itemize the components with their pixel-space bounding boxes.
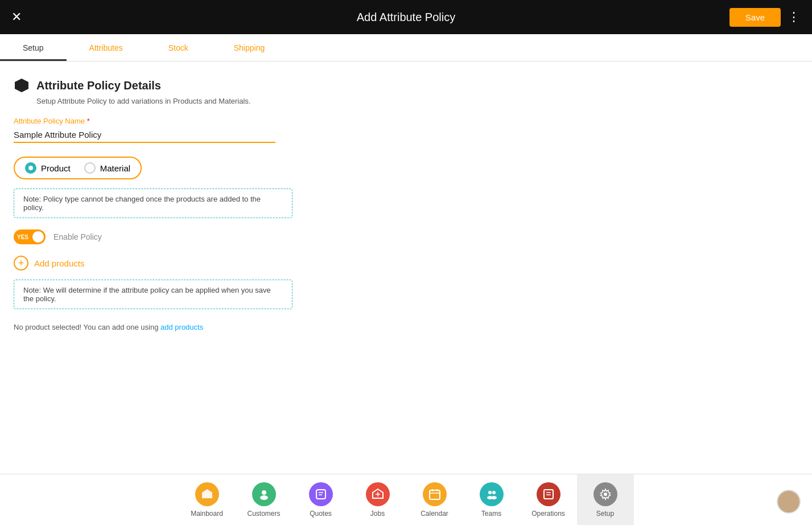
customers-icon xyxy=(252,482,276,506)
close-button[interactable]: ✕ xyxy=(11,11,22,23)
no-product-message: No product selected! You can add one usi… xyxy=(14,323,798,331)
tab-attributes[interactable]: Attributes xyxy=(67,36,146,61)
svg-point-23 xyxy=(782,503,795,512)
svg-rect-10 xyxy=(430,490,440,499)
svg-rect-4 xyxy=(316,490,325,499)
policy-type-radio-group: Product Material xyxy=(14,157,142,179)
svg-marker-0 xyxy=(15,79,28,92)
svg-point-15 xyxy=(492,491,496,494)
enable-policy-toggle[interactable]: YES xyxy=(14,229,46,244)
policy-name-input[interactable] xyxy=(14,128,275,143)
save-policy-note: Note: We will determine if the attribute… xyxy=(14,280,292,309)
svg-rect-18 xyxy=(544,490,553,499)
radio-product[interactable]: Product xyxy=(25,162,71,174)
svg-point-3 xyxy=(260,495,268,500)
jobs-icon xyxy=(366,482,390,506)
section-title: Attribute Policy Details xyxy=(36,79,161,92)
mainboard-icon xyxy=(195,482,219,506)
tab-setup[interactable]: Setup xyxy=(0,36,67,61)
tab-stock[interactable]: Stock xyxy=(146,36,211,61)
app-header: ✕ Add Attribute Policy Save ⋮ xyxy=(0,0,812,34)
setup-icon xyxy=(593,482,617,506)
svg-point-22 xyxy=(785,495,793,503)
radio-material[interactable]: Material xyxy=(84,162,130,174)
teams-icon xyxy=(480,482,504,506)
radio-material-circle xyxy=(84,162,96,174)
more-options-button[interactable]: ⋮ xyxy=(788,10,801,24)
nav-item-teams[interactable]: Teams xyxy=(463,474,520,526)
section-header: Attribute Policy Details xyxy=(14,77,798,93)
calendar-icon xyxy=(423,482,447,506)
enable-policy-label: Enable Policy xyxy=(53,232,102,241)
nav-item-setup[interactable]: Setup xyxy=(577,474,634,526)
user-avatar[interactable] xyxy=(777,490,801,514)
svg-point-14 xyxy=(488,491,492,494)
bottom-navigation: Mainboard Customers Quotes Jobs Calendar… xyxy=(0,474,812,525)
main-content: Attribute Policy Details Setup Attribute… xyxy=(0,61,812,474)
policy-type-note: Note: Policy type cannot be changed once… xyxy=(14,188,292,218)
svg-point-21 xyxy=(604,493,607,496)
nav-item-calendar[interactable]: Calendar xyxy=(406,474,463,526)
enable-policy-row: YES Enable Policy xyxy=(14,229,798,244)
tab-bar: Setup Attributes Stock Shipping xyxy=(0,34,812,61)
add-products-label: Add products xyxy=(34,259,84,268)
nav-item-mainboard[interactable]: Mainboard xyxy=(179,474,236,526)
section-subtitle: Setup Attribute Policy to add variations… xyxy=(36,97,798,105)
nav-item-quotes[interactable]: Quotes xyxy=(292,474,349,526)
add-products-link[interactable]: add products xyxy=(160,323,203,331)
nav-item-jobs[interactable]: Jobs xyxy=(349,474,406,526)
hex-icon xyxy=(14,77,30,93)
policy-name-label: Attribute Policy Name * xyxy=(14,117,798,125)
tab-shipping[interactable]: Shipping xyxy=(211,36,288,61)
add-products-icon: + xyxy=(14,256,28,270)
header-actions: Save ⋮ xyxy=(729,8,801,27)
svg-marker-1 xyxy=(202,489,212,498)
nav-item-operations[interactable]: Operations xyxy=(520,474,577,526)
radio-product-circle xyxy=(25,162,36,174)
nav-item-customers[interactable]: Customers xyxy=(236,474,292,526)
page-title: Add Attribute Policy xyxy=(357,11,455,24)
svg-point-2 xyxy=(262,490,266,495)
operations-icon xyxy=(537,482,560,506)
svg-point-17 xyxy=(491,496,497,499)
save-button[interactable]: Save xyxy=(729,8,781,27)
quotes-icon xyxy=(309,482,333,506)
add-products-button[interactable]: + Add products xyxy=(14,256,798,270)
required-marker: * xyxy=(87,117,90,125)
